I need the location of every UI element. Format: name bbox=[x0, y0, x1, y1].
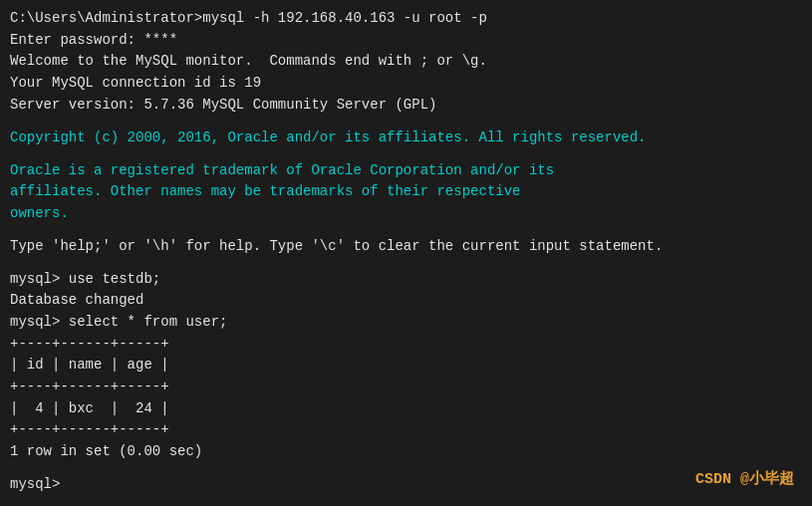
cmd-line: C:\Users\Administrator>mysql -h 192.168.… bbox=[10, 8, 802, 30]
row-count: 1 row in set (0.00 sec) bbox=[10, 441, 802, 463]
copyright-line: Copyright (c) 2000, 2016, Oracle and/or … bbox=[10, 127, 802, 149]
db-changed: Database changed bbox=[10, 290, 802, 312]
connection-line: Your MySQL connection id is 19 bbox=[10, 73, 802, 95]
table-border-top: +----+------+-----+ bbox=[10, 334, 802, 356]
oracle-line3: owners. bbox=[10, 203, 802, 225]
watermark: CSDN @小毕超 bbox=[695, 469, 794, 488]
terminal-window: C:\Users\Administrator>mysql -h 192.168.… bbox=[0, 0, 812, 506]
oracle-line2: affiliates. Other names may be trademark… bbox=[10, 181, 802, 203]
spacer3 bbox=[10, 225, 802, 236]
oracle-line1: Oracle is a registered trademark of Orac… bbox=[10, 160, 802, 182]
password-line: Enter password: **** bbox=[10, 30, 802, 52]
table-border-mid: +----+------+-----+ bbox=[10, 377, 802, 398]
welcome-line: Welcome to the MySQL monitor. Commands e… bbox=[10, 51, 802, 73]
mysql-prompt[interactable]: mysql> bbox=[10, 474, 802, 496]
select-cmd: mysql> select * from user; bbox=[10, 312, 802, 334]
table-header-row: | id | name | age | bbox=[10, 355, 802, 377]
spacer4 bbox=[10, 257, 802, 268]
spacer2 bbox=[10, 148, 802, 159]
table-border-bottom: +----+------+-----+ bbox=[10, 419, 802, 441]
server-version: Server version: 5.7.36 MySQL Community S… bbox=[10, 95, 802, 117]
help-line: Type 'help;' or '\h' for help. Type '\c'… bbox=[10, 236, 802, 258]
spacer5 bbox=[10, 463, 802, 474]
table-data-row: | 4 | bxc | 24 | bbox=[10, 398, 802, 420]
use-cmd: mysql> use testdb; bbox=[10, 269, 802, 291]
spacer1 bbox=[10, 116, 802, 126]
